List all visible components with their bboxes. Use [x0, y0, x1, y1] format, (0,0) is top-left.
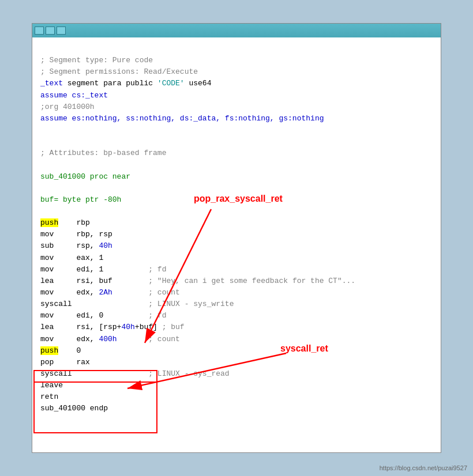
- code-line: [40, 206, 433, 217]
- titlebar: [32, 24, 441, 37]
- code-line: mov eax, 1: [40, 252, 433, 264]
- code-line: mov rbp, rsp: [40, 229, 433, 240]
- code-line: sub_401000 proc near: [40, 171, 433, 183]
- code-line: ;org 401000h: [40, 101, 433, 113]
- annotation-label-1: pop_rax_syscall_ret: [194, 192, 283, 206]
- code-line: push 0: [40, 345, 433, 357]
- red-box-pop-rax: [33, 370, 157, 383]
- code-line: lea rsi, [rsp+40h+buf] ; buf: [40, 322, 433, 333]
- titlebar-btn-2[interactable]: [46, 27, 55, 35]
- code-line: sub rsp, 40h: [40, 240, 433, 252]
- code-line: [40, 43, 433, 55]
- code-line: syscall ; LINUX - sys_write: [40, 299, 433, 310]
- code-window: ; Segment type: Pure code ; Segment perm…: [32, 23, 441, 453]
- code-line: [40, 124, 433, 136]
- code-line: assume es:nothing, ss:nothing, ds:_data,…: [40, 113, 433, 124]
- titlebar-btn-3[interactable]: [57, 27, 66, 35]
- code-line: assume cs:_text: [40, 90, 433, 101]
- annotation-label-2: syscall_ret: [280, 342, 328, 356]
- code-line: mov edi, 1 ; fd: [40, 264, 433, 275]
- code-line: mov edx, 2Ah ; count: [40, 287, 433, 299]
- code-line: ; Segment type: Pure code: [40, 55, 433, 66]
- code-line: [40, 136, 433, 148]
- code-area: ; Segment type: Pure code ; Segment perm…: [32, 37, 441, 452]
- code-line: mov edx, 400h ; count: [40, 334, 433, 345]
- code-line: mov edi, 0 ; fd: [40, 310, 433, 322]
- titlebar-btn-1[interactable]: [35, 27, 44, 35]
- watermark: https://blog.csdn.net/puzai9527: [380, 464, 467, 471]
- code-line: push rbp: [40, 217, 433, 229]
- red-box-syscall-block: [33, 381, 157, 433]
- code-line: ; Attributes: bp-based frame: [40, 148, 433, 159]
- code-line: _text segment para public 'CODE' use64: [40, 78, 433, 89]
- code-line: pop rax: [40, 357, 433, 368]
- code-line: [40, 159, 433, 171]
- code-line: lea rsi, buf ; "Hey, can i get some feed…: [40, 275, 433, 287]
- code-line: ; Segment permissions: Read/Execute: [40, 66, 433, 78]
